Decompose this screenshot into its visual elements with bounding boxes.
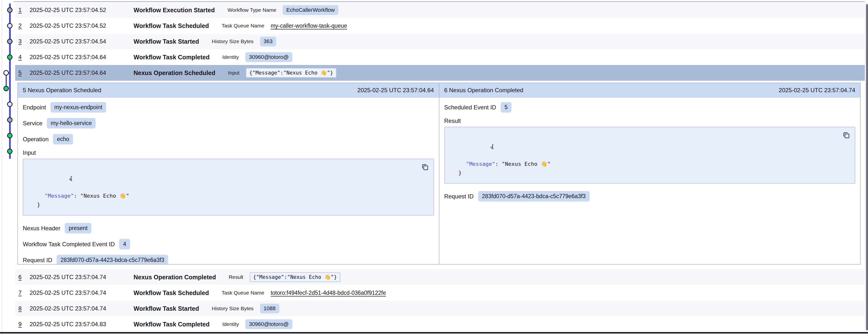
nexus-header-field: Nexus Header present <box>23 223 434 233</box>
panel-title: 5 Nexus Operation Scheduled <box>23 87 101 94</box>
event-5-panel-body: Endpoint my-nexus-endpoint Service my-he… <box>18 97 439 264</box>
copy-button[interactable] <box>842 131 850 140</box>
event-5-panel-header[interactable]: 5 Nexus Operation Scheduled 2025-02-25 U… <box>18 83 439 97</box>
event-attr-label: Workflow Type Name <box>228 7 276 13</box>
event-id-link[interactable]: 6 <box>19 274 30 281</box>
task-queue-link[interactable]: my-caller-workflow-task-queue <box>271 23 347 29</box>
json-line-key-value: "Message": "Nexus Echo 👋" <box>29 192 416 200</box>
graph-node-2-icon[interactable] <box>7 23 12 28</box>
graph-node-3-icon[interactable] <box>7 39 12 44</box>
wtc-event-id-label: Workflow Task Completed Event ID <box>23 241 115 248</box>
history-table-top-border <box>13 1 865 2</box>
event-attr-label: Identity <box>222 321 239 327</box>
event-timestamp: 2025-02-25 UTC 23:57:04.83 <box>30 321 133 328</box>
request-id-value-badge: 283fd070-d57a-4423-bdca-c5c779e6a3f3 <box>57 255 168 264</box>
event-row-8[interactable]: 8 2025-02-25 UTC 23:57:04.74 Workflow Ta… <box>15 301 865 316</box>
event-attr-value-badge: 30960@totoro@ <box>245 319 292 329</box>
scheduled-event-id-field: Scheduled Event ID 5 <box>444 102 856 113</box>
scheduled-event-id-label: Scheduled Event ID <box>444 104 496 111</box>
json-line-close: } <box>29 200 416 209</box>
graph-node-4-icon[interactable] <box>7 54 12 60</box>
scrollbar-track[interactable] <box>865 2 868 332</box>
event-attr-label: Task Queue Name <box>221 23 264 29</box>
event-name: Workflow Execution Started <box>133 7 215 14</box>
service-field: Service my-hello-service <box>23 118 434 129</box>
event-id-link[interactable]: 8 <box>19 305 30 312</box>
request-id-field: Request ID 283fd070-d57a-4423-bdca-c5c77… <box>23 255 434 264</box>
request-id-field: Request ID 283fd070-d57a-4423-bdca-c5c77… <box>444 191 856 202</box>
event-name: Workflow Task Scheduled <box>133 22 209 29</box>
input-label: Input <box>23 149 434 156</box>
event-attr-label: Result <box>229 274 243 280</box>
graph-node-1-icon[interactable] <box>7 7 12 13</box>
graph-node-7-icon[interactable] <box>7 102 12 107</box>
event-id-link[interactable]: 4 <box>19 54 30 61</box>
event-timestamp: 2025-02-25 UTC 23:57:04.54 <box>30 38 133 45</box>
event-row-7[interactable]: 7 2025-02-25 UTC 23:57:04.74 Workflow Ta… <box>15 285 865 301</box>
json-line-open: { <box>29 165 416 192</box>
event-payload-badge: {"Message":"Nexus Echo 👋"} <box>250 272 340 282</box>
endpoint-value-badge: my-nexus-endpoint <box>51 102 106 113</box>
json-line-key-value: "Message": "Nexus Echo 👋" <box>451 160 838 168</box>
event-id-link[interactable]: 5 <box>19 69 30 76</box>
event-id-link[interactable]: 9 <box>19 321 30 328</box>
json-line-open: { <box>451 133 838 160</box>
event-timestamp: 2025-02-25 UTC 23:57:04.74 <box>30 305 133 312</box>
result-label: Result <box>444 117 856 124</box>
operation-label: Operation <box>23 136 49 143</box>
graph-node-6-icon[interactable] <box>3 86 9 91</box>
json-line-close: } <box>451 168 838 177</box>
event-id-link[interactable]: 7 <box>19 289 30 296</box>
event-row-3[interactable]: 3 2025-02-25 UTC 23:57:04.54 Workflow Ta… <box>15 34 865 49</box>
wtc-event-id-field: Workflow Task Completed Event ID 4 <box>23 239 434 249</box>
event-row-6[interactable]: 6 2025-02-25 UTC 23:57:04.74 Nexus Opera… <box>15 269 865 285</box>
event-name: Workflow Task Completed <box>133 54 210 61</box>
copy-button[interactable] <box>421 163 429 171</box>
event-name: Workflow Task Started <box>133 305 199 312</box>
event-timestamp: 2025-02-25 UTC 23:57:04.74 <box>30 274 133 281</box>
json-key: "Message" <box>37 193 74 199</box>
graph-node-8-icon[interactable] <box>7 117 12 122</box>
request-id-label: Request ID <box>444 193 474 200</box>
graph-node-5-icon[interactable] <box>3 70 9 76</box>
event-name: Workflow Task Started <box>133 38 199 45</box>
event-timestamp: 2025-02-25 UTC 23:57:04.74 <box>30 289 133 296</box>
event-row-1[interactable]: 1 2025-02-25 UTC 23:57:04.52 Workflow Ex… <box>15 2 865 18</box>
task-queue-link[interactable]: totoro:f494fecf-2d51-4d48-bdcd-036a0f912… <box>271 290 386 296</box>
event-attr-value-badge: 30960@totoro@ <box>245 52 292 62</box>
event-id-link[interactable]: 2 <box>19 22 30 29</box>
endpoint-field: Endpoint my-nexus-endpoint <box>23 102 434 113</box>
json-value: : "Nexus Echo 👋" <box>495 161 551 167</box>
event-timestamp: 2025-02-25 UTC 23:57:04.52 <box>30 7 133 13</box>
event-rows-top: 1 2025-02-25 UTC 23:57:04.52 Workflow Ex… <box>15 2 865 81</box>
panel-timestamp: 2025-02-25 UTC 23:57:04.74 <box>779 87 855 94</box>
scheduled-event-id-value-badge: 5 <box>501 102 512 113</box>
event-id-link[interactable]: 1 <box>19 7 30 13</box>
copy-icon <box>421 163 429 171</box>
event-6-panel-body: Scheduled Event ID 5 Result { "Message":… <box>439 97 860 264</box>
request-id-value-badge: 283fd070-d57a-4423-bdca-c5c779e6a3f3 <box>478 191 590 202</box>
event-row-9[interactable]: 9 2025-02-25 UTC 23:57:04.83 Workflow Ta… <box>15 316 865 332</box>
event-row-2[interactable]: 2 2025-02-25 UTC 23:57:04.52 Workflow Ta… <box>15 18 865 34</box>
event-attr-value-badge: EchoCallerWorkflow <box>283 5 338 15</box>
event-5-detail-panel: 5 Nexus Operation Scheduled 2025-02-25 U… <box>18 83 439 264</box>
scrollbar-thumb[interactable] <box>866 4 868 330</box>
event-rows-bottom: 6 2025-02-25 UTC 23:57:04.74 Nexus Opera… <box>15 269 865 332</box>
collapse-json-icon[interactable] <box>451 135 456 141</box>
graph-node-10-icon[interactable] <box>7 149 12 154</box>
event-row-5-selected[interactable]: 5 2025-02-25 UTC 23:57:04.64 Nexus Opera… <box>15 65 865 81</box>
graph-node-9-icon[interactable] <box>7 133 12 138</box>
event-attr-label: History Size Bytes <box>212 38 253 45</box>
panel-title: 6 Nexus Operation Completed <box>444 87 523 94</box>
collapse-json-icon[interactable] <box>29 167 35 172</box>
next-row-edge <box>0 332 868 334</box>
panel-timestamp: 2025-02-25 UTC 23:57:04.64 <box>357 87 434 94</box>
endpoint-label: Endpoint <box>23 104 46 111</box>
event-6-panel-header[interactable]: 6 Nexus Operation Completed 2025-02-25 U… <box>439 83 860 97</box>
event-id-link[interactable]: 3 <box>19 38 30 45</box>
event-attr-label: Task Queue Name <box>221 290 264 296</box>
event-detail-panels: 5 Nexus Operation Scheduled 2025-02-25 U… <box>18 83 861 264</box>
event-timestamp: 2025-02-25 UTC 23:57:04.64 <box>30 54 133 61</box>
event-name: Workflow Task Scheduled <box>133 289 209 297</box>
event-row-4[interactable]: 4 2025-02-25 UTC 23:57:04.64 Workflow Ta… <box>15 49 865 65</box>
